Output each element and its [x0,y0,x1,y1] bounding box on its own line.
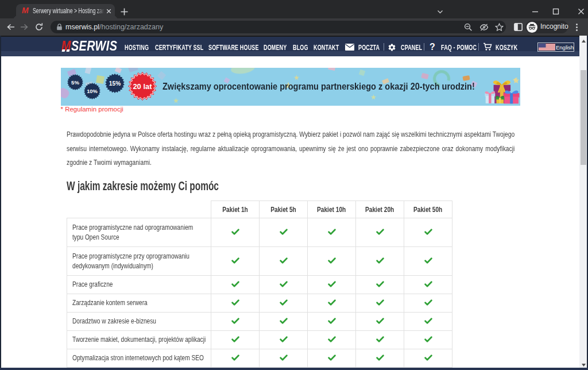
svg-text:20 lat: 20 lat [133,82,153,91]
svg-text:10%: 10% [87,88,98,94]
svg-text:5%: 5% [71,79,79,86]
svg-text:15%: 15% [109,80,120,86]
